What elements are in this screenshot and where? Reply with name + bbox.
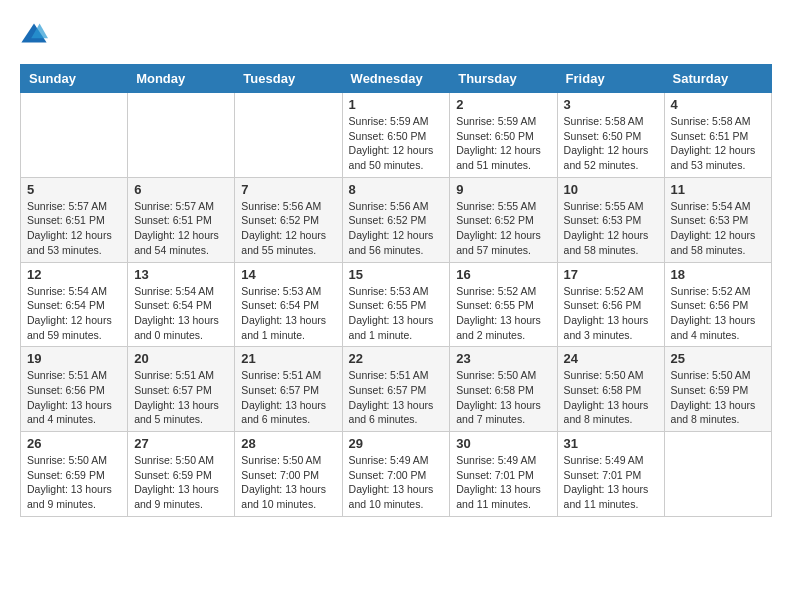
day-info: Sunrise: 5:59 AMSunset: 6:50 PMDaylight:… bbox=[349, 114, 444, 173]
day-number: 24 bbox=[564, 351, 658, 366]
week-row-1: 1Sunrise: 5:59 AMSunset: 6:50 PMDaylight… bbox=[21, 93, 772, 178]
calendar-cell: 15Sunrise: 5:53 AMSunset: 6:55 PMDayligh… bbox=[342, 262, 450, 347]
day-number: 15 bbox=[349, 267, 444, 282]
day-info: Sunrise: 5:51 AMSunset: 6:57 PMDaylight:… bbox=[349, 368, 444, 427]
logo bbox=[20, 20, 52, 48]
week-row-3: 12Sunrise: 5:54 AMSunset: 6:54 PMDayligh… bbox=[21, 262, 772, 347]
day-info: Sunrise: 5:50 AMSunset: 6:58 PMDaylight:… bbox=[456, 368, 550, 427]
day-number: 11 bbox=[671, 182, 765, 197]
calendar-cell: 21Sunrise: 5:51 AMSunset: 6:57 PMDayligh… bbox=[235, 347, 342, 432]
calendar-cell: 1Sunrise: 5:59 AMSunset: 6:50 PMDaylight… bbox=[342, 93, 450, 178]
weekday-header-thursday: Thursday bbox=[450, 65, 557, 93]
calendar-cell bbox=[128, 93, 235, 178]
day-number: 28 bbox=[241, 436, 335, 451]
calendar-cell: 26Sunrise: 5:50 AMSunset: 6:59 PMDayligh… bbox=[21, 432, 128, 517]
calendar-cell: 25Sunrise: 5:50 AMSunset: 6:59 PMDayligh… bbox=[664, 347, 771, 432]
day-info: Sunrise: 5:49 AMSunset: 7:01 PMDaylight:… bbox=[564, 453, 658, 512]
calendar-cell: 9Sunrise: 5:55 AMSunset: 6:52 PMDaylight… bbox=[450, 177, 557, 262]
calendar-cell: 2Sunrise: 5:59 AMSunset: 6:50 PMDaylight… bbox=[450, 93, 557, 178]
calendar-cell: 17Sunrise: 5:52 AMSunset: 6:56 PMDayligh… bbox=[557, 262, 664, 347]
day-number: 23 bbox=[456, 351, 550, 366]
day-number: 18 bbox=[671, 267, 765, 282]
day-number: 29 bbox=[349, 436, 444, 451]
day-number: 10 bbox=[564, 182, 658, 197]
day-number: 26 bbox=[27, 436, 121, 451]
calendar-cell: 7Sunrise: 5:56 AMSunset: 6:52 PMDaylight… bbox=[235, 177, 342, 262]
day-number: 21 bbox=[241, 351, 335, 366]
day-number: 5 bbox=[27, 182, 121, 197]
day-info: Sunrise: 5:57 AMSunset: 6:51 PMDaylight:… bbox=[27, 199, 121, 258]
calendar-cell: 8Sunrise: 5:56 AMSunset: 6:52 PMDaylight… bbox=[342, 177, 450, 262]
calendar-cell: 16Sunrise: 5:52 AMSunset: 6:55 PMDayligh… bbox=[450, 262, 557, 347]
weekday-header-saturday: Saturday bbox=[664, 65, 771, 93]
calendar-cell bbox=[235, 93, 342, 178]
calendar-cell: 10Sunrise: 5:55 AMSunset: 6:53 PMDayligh… bbox=[557, 177, 664, 262]
calendar-cell bbox=[664, 432, 771, 517]
page-header bbox=[20, 20, 772, 48]
day-info: Sunrise: 5:49 AMSunset: 7:01 PMDaylight:… bbox=[456, 453, 550, 512]
weekday-header-row: SundayMondayTuesdayWednesdayThursdayFrid… bbox=[21, 65, 772, 93]
day-number: 31 bbox=[564, 436, 658, 451]
day-info: Sunrise: 5:58 AMSunset: 6:51 PMDaylight:… bbox=[671, 114, 765, 173]
week-row-5: 26Sunrise: 5:50 AMSunset: 6:59 PMDayligh… bbox=[21, 432, 772, 517]
day-info: Sunrise: 5:54 AMSunset: 6:53 PMDaylight:… bbox=[671, 199, 765, 258]
day-number: 19 bbox=[27, 351, 121, 366]
day-number: 1 bbox=[349, 97, 444, 112]
day-number: 14 bbox=[241, 267, 335, 282]
day-number: 30 bbox=[456, 436, 550, 451]
day-info: Sunrise: 5:52 AMSunset: 6:55 PMDaylight:… bbox=[456, 284, 550, 343]
day-info: Sunrise: 5:55 AMSunset: 6:53 PMDaylight:… bbox=[564, 199, 658, 258]
day-info: Sunrise: 5:52 AMSunset: 6:56 PMDaylight:… bbox=[564, 284, 658, 343]
day-info: Sunrise: 5:54 AMSunset: 6:54 PMDaylight:… bbox=[27, 284, 121, 343]
day-info: Sunrise: 5:49 AMSunset: 7:00 PMDaylight:… bbox=[349, 453, 444, 512]
day-number: 7 bbox=[241, 182, 335, 197]
day-info: Sunrise: 5:50 AMSunset: 7:00 PMDaylight:… bbox=[241, 453, 335, 512]
calendar-cell: 30Sunrise: 5:49 AMSunset: 7:01 PMDayligh… bbox=[450, 432, 557, 517]
weekday-header-tuesday: Tuesday bbox=[235, 65, 342, 93]
day-info: Sunrise: 5:50 AMSunset: 6:58 PMDaylight:… bbox=[564, 368, 658, 427]
weekday-header-sunday: Sunday bbox=[21, 65, 128, 93]
weekday-header-monday: Monday bbox=[128, 65, 235, 93]
day-number: 2 bbox=[456, 97, 550, 112]
day-info: Sunrise: 5:56 AMSunset: 6:52 PMDaylight:… bbox=[349, 199, 444, 258]
calendar-cell: 5Sunrise: 5:57 AMSunset: 6:51 PMDaylight… bbox=[21, 177, 128, 262]
calendar-cell: 6Sunrise: 5:57 AMSunset: 6:51 PMDaylight… bbox=[128, 177, 235, 262]
day-number: 16 bbox=[456, 267, 550, 282]
day-info: Sunrise: 5:56 AMSunset: 6:52 PMDaylight:… bbox=[241, 199, 335, 258]
calendar-cell: 14Sunrise: 5:53 AMSunset: 6:54 PMDayligh… bbox=[235, 262, 342, 347]
day-info: Sunrise: 5:52 AMSunset: 6:56 PMDaylight:… bbox=[671, 284, 765, 343]
calendar-cell: 27Sunrise: 5:50 AMSunset: 6:59 PMDayligh… bbox=[128, 432, 235, 517]
day-info: Sunrise: 5:53 AMSunset: 6:54 PMDaylight:… bbox=[241, 284, 335, 343]
day-number: 13 bbox=[134, 267, 228, 282]
calendar-cell: 31Sunrise: 5:49 AMSunset: 7:01 PMDayligh… bbox=[557, 432, 664, 517]
week-row-4: 19Sunrise: 5:51 AMSunset: 6:56 PMDayligh… bbox=[21, 347, 772, 432]
day-info: Sunrise: 5:51 AMSunset: 6:56 PMDaylight:… bbox=[27, 368, 121, 427]
calendar-cell: 13Sunrise: 5:54 AMSunset: 6:54 PMDayligh… bbox=[128, 262, 235, 347]
day-info: Sunrise: 5:59 AMSunset: 6:50 PMDaylight:… bbox=[456, 114, 550, 173]
day-info: Sunrise: 5:53 AMSunset: 6:55 PMDaylight:… bbox=[349, 284, 444, 343]
weekday-header-wednesday: Wednesday bbox=[342, 65, 450, 93]
day-info: Sunrise: 5:58 AMSunset: 6:50 PMDaylight:… bbox=[564, 114, 658, 173]
calendar-cell: 24Sunrise: 5:50 AMSunset: 6:58 PMDayligh… bbox=[557, 347, 664, 432]
day-number: 25 bbox=[671, 351, 765, 366]
day-number: 12 bbox=[27, 267, 121, 282]
day-info: Sunrise: 5:50 AMSunset: 6:59 PMDaylight:… bbox=[27, 453, 121, 512]
day-number: 9 bbox=[456, 182, 550, 197]
day-info: Sunrise: 5:55 AMSunset: 6:52 PMDaylight:… bbox=[456, 199, 550, 258]
day-number: 6 bbox=[134, 182, 228, 197]
calendar-cell: 18Sunrise: 5:52 AMSunset: 6:56 PMDayligh… bbox=[664, 262, 771, 347]
calendar-cell: 4Sunrise: 5:58 AMSunset: 6:51 PMDaylight… bbox=[664, 93, 771, 178]
calendar-cell: 11Sunrise: 5:54 AMSunset: 6:53 PMDayligh… bbox=[664, 177, 771, 262]
calendar-cell: 19Sunrise: 5:51 AMSunset: 6:56 PMDayligh… bbox=[21, 347, 128, 432]
calendar-table: SundayMondayTuesdayWednesdayThursdayFrid… bbox=[20, 64, 772, 517]
day-info: Sunrise: 5:50 AMSunset: 6:59 PMDaylight:… bbox=[134, 453, 228, 512]
calendar-cell: 20Sunrise: 5:51 AMSunset: 6:57 PMDayligh… bbox=[128, 347, 235, 432]
weekday-header-friday: Friday bbox=[557, 65, 664, 93]
day-number: 20 bbox=[134, 351, 228, 366]
day-number: 27 bbox=[134, 436, 228, 451]
day-number: 4 bbox=[671, 97, 765, 112]
day-info: Sunrise: 5:57 AMSunset: 6:51 PMDaylight:… bbox=[134, 199, 228, 258]
logo-icon bbox=[20, 20, 48, 48]
calendar-cell: 28Sunrise: 5:50 AMSunset: 7:00 PMDayligh… bbox=[235, 432, 342, 517]
week-row-2: 5Sunrise: 5:57 AMSunset: 6:51 PMDaylight… bbox=[21, 177, 772, 262]
